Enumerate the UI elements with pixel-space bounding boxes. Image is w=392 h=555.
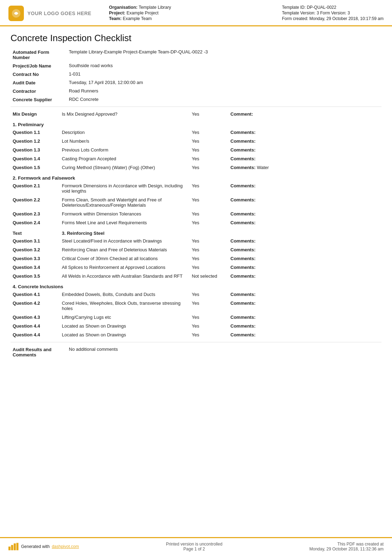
question-desc: Lifting/Carrying Lugs etc xyxy=(60,313,190,322)
footer-right-line1: This PDF was created at xyxy=(309,542,384,547)
section: 1. Preliminary Question 1.1 Description … xyxy=(11,118,381,172)
question-answer: Yes xyxy=(190,209,228,218)
question-comment: Comments: xyxy=(228,290,381,299)
team-value: Example Team xyxy=(123,16,152,21)
question-desc: Critical Cover of 30mm Checked at all lo… xyxy=(60,254,190,263)
question-desc: All Welds in Accordance with Australian … xyxy=(60,272,190,280)
project-line: Project: Example Project xyxy=(109,11,275,15)
question-comment: Comments: xyxy=(228,245,381,254)
question-label: Question 2.1 xyxy=(11,181,60,195)
logo-svg xyxy=(11,8,21,18)
mix-design-answer: Yes xyxy=(190,110,228,118)
question-label: Question 1.5 xyxy=(11,163,60,172)
question-row: Question 1.3 Previous Lots Conform Yes C… xyxy=(11,146,381,154)
question-answer: Yes xyxy=(190,330,228,339)
field-label: Contract No xyxy=(11,70,67,78)
question-comment: Comments: xyxy=(228,154,381,163)
question-desc: Formwork Dimensions in Accordance with D… xyxy=(60,181,190,195)
footer-center-line2: Page 1 of 2 xyxy=(166,547,222,551)
question-label: Question 3.3 xyxy=(11,254,60,263)
question-answer: Yes xyxy=(190,218,228,227)
audit-results-value: No additional comments xyxy=(67,345,381,359)
question-table: 4. Concrete Inclusions Question 4.1 Embe… xyxy=(11,280,381,339)
question-row: Question 1.2 Lot Number/s Yes Comments: xyxy=(11,137,381,146)
page-header: YOUR LOGO GOES HERE Organisation: Templa… xyxy=(0,0,392,26)
org-value: Template Library xyxy=(139,5,171,10)
question-row: Question 3.3 Critical Cover of 30mm Chec… xyxy=(11,254,381,263)
question-label: Question 4.4 xyxy=(11,330,60,339)
page: YOUR LOGO GOES HERE Organisation: Templa… xyxy=(0,0,392,555)
svg-rect-4 xyxy=(17,543,19,550)
question-answer: Yes xyxy=(190,245,228,254)
question-desc: Cored Holes, Weepholes, Block Outs, tran… xyxy=(60,299,190,313)
question-desc: All Splices to Reinforcement at Approved… xyxy=(60,263,190,272)
field-value: 1-031 xyxy=(67,70,381,78)
question-desc: Located as Shown on Drawings xyxy=(60,330,190,339)
comment-value: Water xyxy=(256,165,269,170)
team-label: Team: xyxy=(109,16,122,21)
footer-generated-text: Generated with xyxy=(21,544,50,549)
header-meta: Organisation: Template Library Project: … xyxy=(98,5,275,22)
question-answer: Yes xyxy=(190,128,228,137)
question-desc: Forms Clean, Smooth and Watertight and F… xyxy=(60,195,190,209)
question-answer: Yes xyxy=(190,299,228,313)
question-comment: Comments: xyxy=(228,237,381,245)
question-answer: Yes xyxy=(190,146,228,154)
dashpivot-link[interactable]: dashpivot.com xyxy=(52,544,79,549)
question-row: Question 1.4 Casting Program Accepted Ye… xyxy=(11,154,381,163)
question-desc: Formwork within Dimension Tolerances xyxy=(60,209,190,218)
svg-rect-2 xyxy=(11,545,13,550)
question-desc: Lot Number/s xyxy=(60,137,190,146)
question-row: Question 2.3 Formwork within Dimension T… xyxy=(11,209,381,218)
org-line: Organisation: Template Library xyxy=(109,5,275,10)
question-desc: Steel Located/Fixed in Accordance with D… xyxy=(60,237,190,245)
field-value: RDC Concrete xyxy=(67,95,381,104)
question-row: Question 2.4 Forms Meet Line and Level R… xyxy=(11,218,381,227)
question-comment: Comments: xyxy=(228,181,381,195)
question-row: Question 4.4 Located as Shown on Drawing… xyxy=(11,322,381,330)
field-value: Tuesday, 17 April 2018, 12:00:00 am xyxy=(67,78,381,87)
question-answer: Not selected xyxy=(190,272,228,280)
main-content: Concrete Inspection Checklist Automated … xyxy=(0,26,392,537)
template-version: Template Version: 3 Form Version: 3 xyxy=(282,11,384,15)
question-desc: Located as Shown on Drawings xyxy=(60,322,190,330)
project-value: Example Project xyxy=(126,11,158,15)
question-comment: Comments: xyxy=(228,313,381,322)
question-label: Question 4.2 xyxy=(11,299,60,313)
question-comment: Comments: xyxy=(228,146,381,154)
team-line: Team: Example Team xyxy=(109,16,275,21)
field-label: Contractor xyxy=(11,87,67,95)
section: 2. Formwork and Falsework Question 2.1 F… xyxy=(11,172,381,227)
question-table: 1. Preliminary Question 1.1 Description … xyxy=(11,118,381,172)
question-desc: Previous Lots Conform xyxy=(60,146,190,154)
question-comment: Comments: xyxy=(228,128,381,137)
question-comment: Comments: xyxy=(228,195,381,209)
info-row: Audit Date Tuesday, 17 April 2018, 12:00… xyxy=(11,78,381,87)
question-label: Question 3.5 xyxy=(11,272,60,280)
info-row: Automated Form Number Template Library-E… xyxy=(11,48,381,62)
svg-rect-1 xyxy=(8,547,11,550)
question-label: Question 2.2 xyxy=(11,195,60,209)
mix-design-question: Is Mix Designed Approved? xyxy=(60,110,190,118)
question-row: Question 2.2 Forms Clean, Smooth and Wat… xyxy=(11,195,381,209)
section-title-row: 4. Concrete Inclusions xyxy=(11,280,381,290)
question-label: Question 2.4 xyxy=(11,218,60,227)
question-row: Question 3.4 All Splices to Reinforcemen… xyxy=(11,263,381,272)
section-title: 4. Concrete Inclusions xyxy=(11,280,381,290)
question-comment: Comments: xyxy=(228,254,381,263)
question-comment: Comments: xyxy=(228,218,381,227)
logo-icon xyxy=(8,6,24,21)
doc-title: Concrete Inspection Checklist xyxy=(11,33,381,44)
question-answer: Yes xyxy=(190,195,228,209)
form-created: Form created: Monday, 29 October 2018, 1… xyxy=(282,16,384,21)
footer-right-line2: Monday, 29 October 2018, 11:32:36 am xyxy=(309,547,384,551)
mix-design-label: Mix Design xyxy=(11,110,60,118)
question-row: Question 4.4 Located as Shown on Drawing… xyxy=(11,330,381,339)
mix-design-comment: Comment: xyxy=(228,110,381,118)
mix-design-table: Mix Design Is Mix Designed Approved? Yes… xyxy=(11,110,381,118)
section-title-row: 2. Formwork and Falsework xyxy=(11,172,381,181)
question-row: Question 4.1 Embedded Dowels, Bolts, Con… xyxy=(11,290,381,299)
question-label: Question 3.4 xyxy=(11,263,60,272)
question-answer: Yes xyxy=(190,154,228,163)
question-comment: Comments: xyxy=(228,209,381,218)
